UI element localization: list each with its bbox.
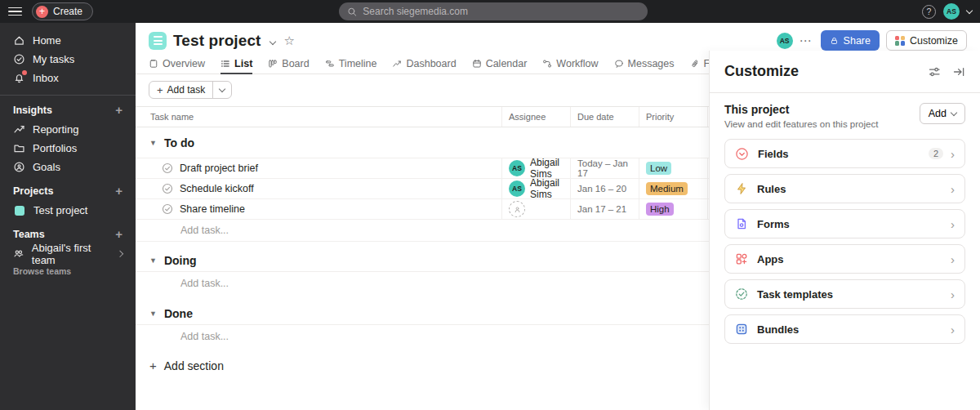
chevron-right-icon: › — [951, 323, 955, 336]
plus-icon: + — [149, 359, 157, 372]
assignee-name: Abigail Sims — [530, 158, 570, 178]
chevron-right-icon: › — [951, 288, 955, 301]
member-avatar[interactable]: AS — [777, 33, 793, 49]
team-icon — [13, 247, 24, 260]
fields-count-badge: 2 — [929, 148, 943, 159]
panel-add-button[interactable]: Add — [920, 103, 965, 124]
column-header-task-name[interactable]: Task name — [136, 107, 501, 127]
bundle-grid-icon — [735, 323, 748, 336]
sidebar-item-team[interactable]: Abigail's first team — [0, 244, 136, 263]
project-icon[interactable] — [149, 32, 167, 50]
hamburger-menu-icon[interactable] — [8, 7, 22, 16]
panel-title: Customize — [724, 63, 799, 80]
chevron-right-icon: › — [951, 218, 955, 230]
chart-icon — [13, 123, 25, 136]
due-date-cell[interactable]: Today – Jan 17 — [570, 158, 639, 178]
chevron-right-icon: › — [951, 253, 955, 265]
add-task-split-button: + Add task — [149, 81, 232, 99]
project-color-swatch — [15, 206, 24, 216]
star-icon[interactable]: ☆ — [283, 33, 294, 48]
sidebar-item-home[interactable]: Home — [0, 31, 136, 50]
add-task-dropdown[interactable] — [213, 82, 231, 98]
search-bar[interactable] — [339, 2, 648, 20]
assignee-name: Abigail Sims — [530, 179, 570, 198]
form-document-icon — [735, 217, 748, 230]
avatar[interactable]: AS — [943, 3, 960, 20]
task-name: Share timeline — [180, 203, 245, 215]
add-team-button[interactable]: + — [115, 228, 122, 240]
tab-list[interactable]: List — [220, 54, 252, 74]
task-check-icon[interactable] — [162, 183, 173, 194]
column-header-priority[interactable]: Priority — [639, 107, 707, 127]
tab-overview[interactable]: Overview — [149, 54, 205, 74]
add-insight-button[interactable]: + — [115, 104, 122, 116]
more-options-icon[interactable]: ⋯ — [800, 33, 813, 48]
sidebar-item-reporting[interactable]: Reporting — [0, 120, 136, 139]
add-task-button[interactable]: + Add task — [149, 82, 213, 98]
sliders-icon[interactable] — [928, 65, 941, 78]
priority-cell[interactable]: Medium — [639, 179, 707, 198]
customize-button[interactable]: Customize — [886, 30, 967, 51]
tab-dashboard[interactable]: Dashboard — [392, 54, 456, 74]
chevron-right-icon: › — [951, 148, 955, 160]
column-header-assignee[interactable]: Assignee — [501, 107, 570, 127]
tab-timeline[interactable]: Timeline — [325, 54, 377, 74]
search-input[interactable] — [363, 6, 639, 17]
chevron-right-icon: › — [951, 183, 955, 195]
chevron-down-icon[interactable] — [966, 7, 973, 13]
chevron-down-icon[interactable] — [270, 38, 276, 44]
assignee-avatar: AS — [509, 160, 525, 176]
home-icon — [13, 34, 25, 47]
template-check-icon — [735, 287, 748, 301]
lock-icon — [830, 36, 839, 46]
card-bundles[interactable]: Bundles › — [724, 314, 965, 344]
sidebar-item-label: Home — [33, 34, 61, 47]
create-button[interactable]: + Create — [32, 2, 93, 20]
search-icon — [347, 7, 357, 17]
paperclip-icon — [690, 59, 700, 69]
caret-down-icon[interactable]: ▼ — [149, 256, 157, 265]
card-rules[interactable]: Rules › — [724, 174, 965, 203]
task-check-icon[interactable] — [162, 203, 173, 215]
sidebar-item-label: Abigail's first team — [32, 242, 111, 266]
add-project-button[interactable]: + — [115, 185, 122, 197]
card-fields[interactable]: Fields 2 › — [724, 139, 965, 168]
collapse-panel-icon[interactable] — [952, 65, 965, 78]
card-apps[interactable]: Apps › — [724, 244, 965, 274]
this-project-subtitle: View and edit features on this project — [724, 119, 878, 129]
due-date-cell[interactable]: Jan 16 – 20 — [570, 179, 639, 198]
task-check-icon[interactable] — [162, 163, 173, 174]
plus-icon: + — [36, 6, 48, 18]
messages-icon — [614, 59, 624, 69]
sidebar-item-goals[interactable]: Goals — [0, 158, 136, 176]
tab-messages[interactable]: Messages — [614, 54, 675, 74]
sidebar-item-inbox[interactable]: Inbox — [0, 69, 136, 87]
assignee-cell[interactable]: AS Abigail Sims — [501, 158, 570, 178]
field-dropdown-icon — [735, 147, 749, 161]
sidebar-item-label: Goals — [33, 161, 60, 173]
sidebar-item-test-project[interactable]: Test project — [0, 201, 136, 220]
customize-panel: Customize This project View and edit fea… — [709, 51, 980, 410]
card-forms[interactable]: Forms › — [724, 209, 965, 238]
tab-calendar[interactable]: Calendar — [472, 54, 528, 74]
caret-down-icon[interactable]: ▼ — [149, 310, 157, 318]
priority-cell[interactable]: High — [639, 199, 707, 219]
tab-workflow[interactable]: Workflow — [542, 54, 598, 74]
column-header-due-date[interactable]: Due date — [570, 107, 639, 127]
goal-person-icon — [13, 161, 25, 173]
sidebar-item-portfolios[interactable]: Portfolios — [0, 139, 136, 158]
dashboard-icon — [392, 59, 402, 69]
share-button[interactable]: Share — [821, 30, 880, 51]
help-button[interactable]: ? — [922, 5, 936, 19]
assignee-cell[interactable]: AS Abigail Sims — [501, 179, 570, 198]
topbar: + Create ? AS — [0, 0, 980, 23]
priority-cell[interactable]: Low — [639, 158, 707, 178]
folder-icon — [13, 142, 25, 154]
sidebar-item-my-tasks[interactable]: My tasks — [0, 50, 136, 69]
due-date-cell[interactable]: Jan 17 – 21 — [570, 199, 639, 219]
caret-down-icon[interactable]: ▼ — [149, 139, 157, 147]
assignee-cell[interactable] — [501, 199, 570, 219]
tab-board[interactable]: Board — [268, 54, 309, 74]
sidebar-item-label: Portfolios — [33, 142, 77, 154]
card-task-templates[interactable]: Task templates › — [724, 279, 965, 309]
